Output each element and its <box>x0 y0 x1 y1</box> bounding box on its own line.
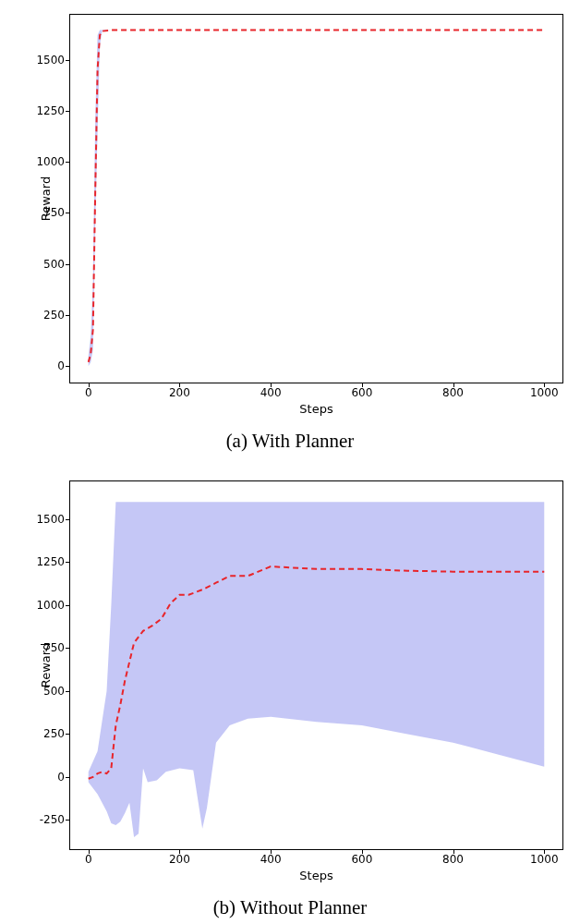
chart-without-planner: -250025050075010001250150002004006008001… <box>69 480 563 850</box>
x-axis-label: Steps <box>299 402 332 416</box>
caption-a: (a) With Planner <box>0 430 580 453</box>
svg-marker-1 <box>89 502 545 837</box>
plot-svg-a <box>70 15 562 383</box>
y-axis-label: Reward <box>39 643 53 687</box>
plot-svg-b <box>70 481 562 849</box>
y-axis-label: Reward <box>39 176 53 221</box>
x-axis-label: Steps <box>299 869 332 882</box>
caption-b: (b) Without Planner <box>0 896 580 919</box>
svg-marker-0 <box>89 30 545 367</box>
chart-with-planner: 025050075010001250150002004006008001000 … <box>69 14 563 383</box>
plot-area-b: -250025050075010001250150002004006008001… <box>69 480 563 850</box>
plot-area-a: 025050075010001250150002004006008001000 <box>69 14 563 383</box>
